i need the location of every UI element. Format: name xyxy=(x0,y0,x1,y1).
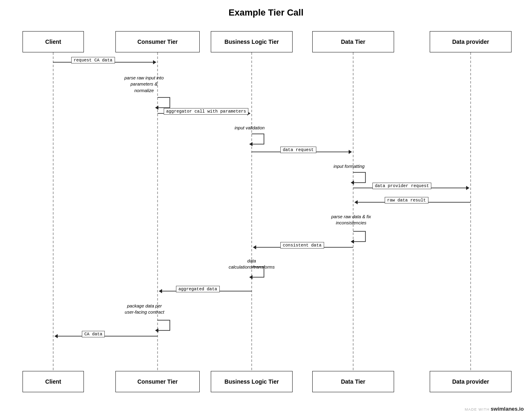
swimlane-client-bottom: Client xyxy=(23,371,84,392)
swimlane-consumer-top: Consumer Tier xyxy=(115,31,200,52)
msg-consistent-data: consistent data xyxy=(280,242,324,249)
swimlane-provider-bottom: Data provider xyxy=(430,371,512,392)
diagram-container: Example Tier Call xyxy=(0,0,532,416)
svg-marker-24 xyxy=(155,328,158,332)
svg-marker-23 xyxy=(159,289,162,293)
swimlane-consumer-bottom: Consumer Tier xyxy=(115,371,200,392)
msg-parse-raw-data: parse raw data & fixinconsistencies xyxy=(325,214,378,226)
swimlane-client-top: Client xyxy=(23,31,84,52)
msg-raw-data-result: raw data result xyxy=(385,197,428,203)
swimlane-provider-top: Data provider xyxy=(430,31,512,52)
svg-marker-6 xyxy=(153,60,156,64)
swimlane-data-top: Data Tier xyxy=(312,31,394,52)
msg-data-provider-request: data provider request xyxy=(372,183,431,189)
msg-request-ca-data: request CA data xyxy=(71,57,115,63)
svg-marker-12 xyxy=(249,142,252,146)
msg-data-request: data request xyxy=(280,147,316,153)
msg-aggregated-data: aggregated data xyxy=(176,286,220,292)
svg-marker-26 xyxy=(54,334,58,338)
msg-parse-raw-input: parse raw input intoparameters &normaliz… xyxy=(124,75,165,94)
svg-marker-18 xyxy=(351,240,354,244)
swimlane-business-bottom: Business Logic Tier xyxy=(211,371,293,392)
msg-input-formatting: input formatting xyxy=(327,163,372,170)
svg-marker-9 xyxy=(155,106,158,110)
msg-ca-data: CA data xyxy=(82,331,105,337)
swimlane-data-bottom: Data Tier xyxy=(312,371,394,392)
msg-aggregator-call: aggregator call with parameters xyxy=(164,108,248,115)
page-title: Example Tier Call xyxy=(0,7,532,18)
svg-marker-17 xyxy=(354,200,358,204)
msg-input-validation: input validation xyxy=(227,125,272,131)
msg-package-data: package data peruser-facing contract xyxy=(122,303,167,316)
swimlane-business-top: Business Logic Tier xyxy=(211,31,293,52)
svg-marker-21 xyxy=(249,275,252,279)
svg-marker-11 xyxy=(349,150,352,154)
svg-marker-14 xyxy=(466,186,469,190)
svg-marker-20 xyxy=(253,245,256,249)
svg-marker-15 xyxy=(351,181,354,185)
msg-data-calculations: datacalculations/transforms xyxy=(225,258,278,271)
footer: MADE WITH swimlanes.io xyxy=(465,406,524,412)
